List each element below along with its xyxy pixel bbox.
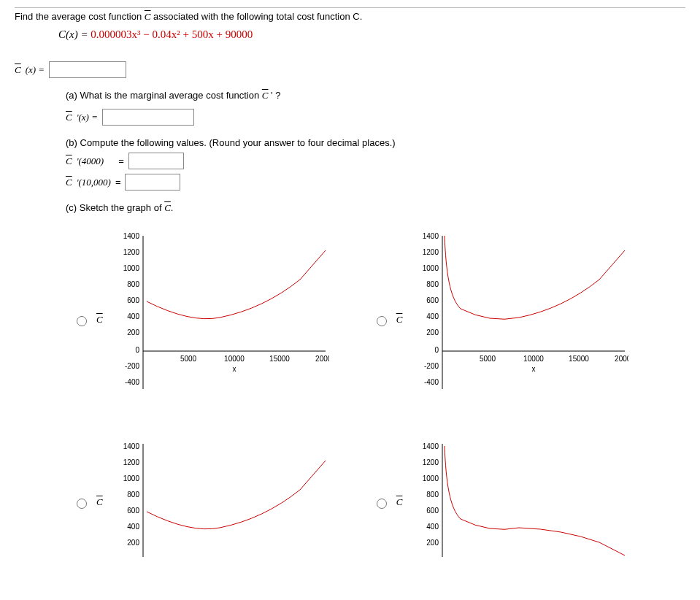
svg-text:600: 600 bbox=[127, 296, 139, 304]
eq-2: = bbox=[115, 177, 121, 188]
plot4-ylabel: C bbox=[396, 496, 403, 508]
svg-text:400: 400 bbox=[127, 523, 139, 531]
part-c-symbol: C bbox=[164, 202, 171, 213]
svg-text:400: 400 bbox=[127, 312, 139, 320]
plot2-ylabel: C bbox=[396, 314, 403, 326]
plot1-ylabel: C bbox=[96, 314, 103, 326]
value-10000-input[interactable] bbox=[125, 174, 180, 191]
svg-text:800: 800 bbox=[427, 280, 439, 288]
svg-text:800: 800 bbox=[427, 491, 439, 499]
svg-text:1000: 1000 bbox=[423, 474, 439, 482]
svg-text:10000: 10000 bbox=[523, 355, 544, 363]
svg-text:15000: 15000 bbox=[269, 355, 290, 363]
cbar-symbol-2: C bbox=[15, 64, 21, 76]
svg-text:5000: 5000 bbox=[480, 355, 496, 363]
plot-3: 140012001000800600400200 bbox=[110, 440, 329, 564]
svg-text:1000: 1000 bbox=[423, 264, 439, 272]
svg-text:1400: 1400 bbox=[123, 442, 139, 450]
question-text-2: associated with the following total cost… bbox=[153, 11, 362, 22]
svg-text:x: x bbox=[532, 365, 536, 373]
svg-text:5000: 5000 bbox=[180, 355, 197, 363]
svg-text:1000: 1000 bbox=[123, 474, 139, 482]
svg-text:x: x bbox=[232, 365, 236, 373]
part-b-cbar-2: C bbox=[66, 177, 72, 188]
marginal-avg-cost-input[interactable] bbox=[102, 109, 194, 126]
graph-choice-4[interactable] bbox=[377, 499, 387, 509]
svg-text:10000: 10000 bbox=[224, 355, 245, 363]
svg-text:200: 200 bbox=[127, 328, 139, 336]
graph-choice-2[interactable] bbox=[377, 316, 387, 326]
svg-text:600: 600 bbox=[127, 507, 139, 515]
svg-text:1200: 1200 bbox=[423, 248, 439, 256]
svg-text:0: 0 bbox=[135, 346, 139, 354]
cprime-4000: '(4000) bbox=[77, 155, 104, 167]
svg-text:1200: 1200 bbox=[423, 458, 439, 466]
value-4000-input[interactable] bbox=[128, 153, 184, 169]
svg-text:400: 400 bbox=[427, 523, 439, 531]
cost-fn-lhs: C(x) = bbox=[58, 28, 91, 40]
svg-text:20000: 20000 bbox=[615, 355, 628, 363]
plot-1: 1400120010008006004002000-200-400 500010… bbox=[110, 228, 329, 411]
svg-text:200: 200 bbox=[127, 539, 139, 547]
svg-text:-400: -400 bbox=[125, 378, 139, 386]
svg-text:600: 600 bbox=[427, 507, 439, 515]
svg-text:800: 800 bbox=[127, 280, 139, 288]
svg-text:1000: 1000 bbox=[123, 264, 139, 272]
svg-text:15000: 15000 bbox=[569, 355, 589, 363]
cbar-symbol: C bbox=[145, 11, 151, 22]
svg-text:-200: -200 bbox=[424, 362, 439, 370]
svg-text:600: 600 bbox=[427, 296, 439, 304]
part-a-cbar: C bbox=[66, 112, 72, 123]
svg-text:800: 800 bbox=[127, 491, 139, 499]
graph-choice-3[interactable] bbox=[77, 499, 87, 509]
svg-text:1200: 1200 bbox=[123, 248, 139, 256]
svg-text:1400: 1400 bbox=[423, 442, 439, 450]
part-c-period: . bbox=[171, 202, 174, 213]
part-b-label: (b) Compute the following values. (Round… bbox=[66, 137, 685, 148]
part-a-label: (a) What is the marginal average cost fu… bbox=[66, 90, 259, 101]
plot-4: 140012001000800600400200 bbox=[409, 440, 628, 564]
svg-text:-400: -400 bbox=[424, 378, 439, 386]
cbar-x-eq: (x) = bbox=[26, 64, 45, 76]
svg-text:1400: 1400 bbox=[123, 232, 139, 240]
cost-fn-rhs: 0.000003x³ − 0.04x² + 500x + 90000 bbox=[91, 28, 253, 40]
plot-2: 1400120010008006004002000-200-400 500010… bbox=[409, 228, 628, 411]
part-c-label: (c) Sketch the graph of bbox=[66, 202, 162, 213]
part-a-prime: ' ? bbox=[271, 90, 280, 101]
svg-text:200: 200 bbox=[427, 539, 439, 547]
average-cost-input[interactable] bbox=[49, 61, 126, 78]
svg-text:200: 200 bbox=[427, 328, 439, 336]
svg-text:0: 0 bbox=[435, 346, 439, 354]
svg-text:-200: -200 bbox=[125, 362, 139, 370]
question-text: Find the average cost function bbox=[15, 11, 142, 22]
graph-choice-1[interactable] bbox=[77, 316, 87, 326]
cprime-10000: '(10,000) bbox=[77, 177, 111, 188]
part-b-cbar-1: C bbox=[66, 155, 72, 167]
plot3-ylabel: C bbox=[96, 496, 103, 508]
cprime-x-eq: '(x) = bbox=[77, 112, 98, 123]
svg-text:20000: 20000 bbox=[315, 355, 329, 363]
part-a-symbol: C bbox=[262, 90, 269, 101]
svg-text:1400: 1400 bbox=[423, 232, 439, 240]
svg-text:400: 400 bbox=[427, 312, 439, 320]
eq-1: = bbox=[118, 155, 124, 166]
svg-text:1200: 1200 bbox=[123, 458, 139, 466]
